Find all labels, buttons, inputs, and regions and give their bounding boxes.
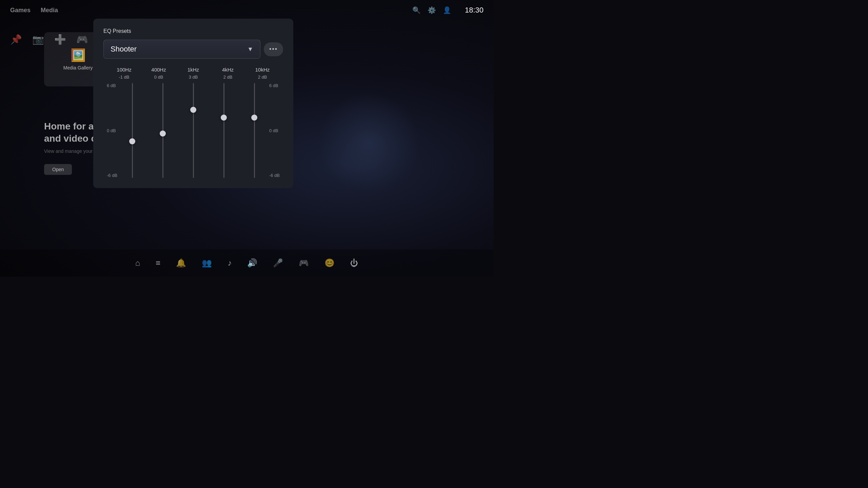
eq-slider-track-4[interactable] <box>254 83 255 178</box>
notifications-icon[interactable]: 🔔 <box>173 256 189 270</box>
top-icons: 🔍 ⚙️ 👤 18:30 <box>412 6 484 15</box>
controller-icon[interactable]: 🎮 <box>296 256 312 270</box>
band-label-2: 1kHz <box>180 67 207 73</box>
band-value-4: 2 dB <box>249 75 276 80</box>
scale-right-bot: -6 dB <box>269 173 280 178</box>
eq-slider-thumb-1[interactable] <box>160 130 166 137</box>
taskbar: ⌂ ≡ 🔔 👥 ♪ 🔊 🎤 🎮 😊 ⏻ <box>0 249 494 277</box>
nav-media[interactable]: Media <box>41 7 58 14</box>
eq-preset-dropdown[interactable]: Shooter ▼ <box>103 40 260 59</box>
eq-slider-track-3[interactable] <box>223 83 224 178</box>
eq-slider-track-0[interactable] <box>132 83 133 178</box>
eq-band-values: -1 dB 0 dB 3 dB 2 dB 2 dB <box>107 75 280 80</box>
volume-icon[interactable]: 🔊 <box>244 256 260 270</box>
friends-icon[interactable]: 👥 <box>199 256 215 270</box>
band-value-1: 0 dB <box>145 75 172 80</box>
eq-more-button[interactable]: ••• <box>264 42 283 56</box>
pinned-icon[interactable]: 📌 <box>10 34 22 45</box>
accessibility-icon[interactable]: 😊 <box>322 256 337 270</box>
band-value-2: 3 dB <box>180 75 207 80</box>
eq-sliders-area: 6 dB 0 dB -6 dB 6 dB 0 dB -6 dB <box>107 83 280 178</box>
eq-selector-row: Shooter ▼ ••• <box>103 40 283 59</box>
user-icon[interactable]: 👤 <box>443 6 451 14</box>
mic-icon[interactable]: 🎤 <box>270 256 286 270</box>
media-gallery-card-label: Media Gallery <box>63 65 93 70</box>
eq-preset-value: Shooter <box>111 45 137 54</box>
search-icon[interactable]: 🔍 <box>412 6 421 14</box>
open-button[interactable]: Open <box>44 164 72 175</box>
eq-bands-container: 100Hz 400Hz 1kHz 4kHz 10kHz -1 dB 0 dB 3… <box>103 67 283 178</box>
top-bar: Games Media 🔍 ⚙️ 👤 18:30 <box>0 0 494 20</box>
bg-glow <box>318 92 420 194</box>
eq-scale-right: 6 dB 0 dB -6 dB <box>269 83 280 178</box>
band-value-3: 2 dB <box>214 75 241 80</box>
media-gallery-card-icon: 🖼️ <box>71 48 86 62</box>
eq-slider-thumb-4[interactable] <box>251 115 257 121</box>
camera-icon[interactable]: 📷 <box>32 34 44 45</box>
eq-dialog: EQ Presets Shooter ▼ ••• 100Hz 400Hz 1kH… <box>93 19 293 188</box>
eq-slider-track-2[interactable] <box>193 83 194 178</box>
eq-sliders <box>107 83 280 178</box>
music-icon[interactable]: ♪ <box>225 256 234 270</box>
eq-dialog-title: EQ Presets <box>103 28 283 34</box>
eq-band-labels: 100Hz 400Hz 1kHz 4kHz 10kHz <box>107 67 280 73</box>
eq-slider-thumb-2[interactable] <box>190 107 196 113</box>
band-label-1: 400Hz <box>145 67 172 73</box>
settings-icon[interactable]: ⚙️ <box>428 6 436 14</box>
scale-right-top: 6 dB <box>269 83 280 88</box>
home-icon[interactable]: ⌂ <box>133 256 143 270</box>
power-icon[interactable]: ⏻ <box>348 256 361 270</box>
eq-dropdown-arrow-icon: ▼ <box>247 46 253 53</box>
eq-slider-track-1[interactable] <box>162 83 163 178</box>
band-value-0: -1 dB <box>111 75 138 80</box>
top-nav: Games Media <box>10 7 58 14</box>
eq-slider-thumb-3[interactable] <box>221 115 227 121</box>
band-label-4: 10kHz <box>249 67 276 73</box>
band-label-0: 100Hz <box>111 67 138 73</box>
band-label-3: 4kHz <box>214 67 241 73</box>
clock-display: 18:30 <box>465 6 484 15</box>
scale-right-mid: 0 dB <box>269 128 280 133</box>
library-icon[interactable]: ≡ <box>153 256 163 270</box>
eq-slider-thumb-0[interactable] <box>129 138 135 144</box>
nav-games[interactable]: Games <box>10 7 31 14</box>
